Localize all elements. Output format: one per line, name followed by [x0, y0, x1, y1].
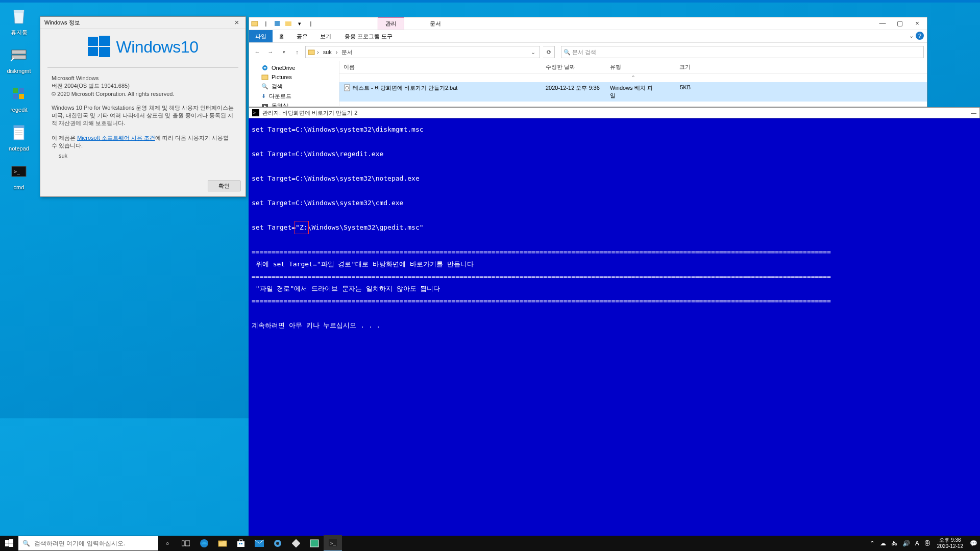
svg-rect-20 — [308, 50, 314, 55]
window-title: 문서 — [425, 18, 446, 30]
cmd-title: 관리자: 바탕화면에 바로가기 만들기 2 — [262, 109, 357, 117]
close-icon[interactable]: × — [232, 18, 241, 27]
cmd-output: set Target=C:\Windows\system32\diskmgmt.… — [249, 118, 735, 337]
svg-rect-14 — [99, 36, 110, 46]
search-icon: 🔍 — [564, 49, 571, 56]
winver-version: 버전 2004(OS 빌드 19041.685) — [52, 82, 234, 90]
svg-text:>_: >_ — [14, 169, 20, 175]
forward-icon[interactable]: → — [265, 47, 276, 57]
history-icon[interactable]: ▾ — [279, 47, 289, 57]
ok-button[interactable]: 확인 — [208, 181, 240, 191]
refresh-icon[interactable]: ⟳ — [543, 46, 555, 58]
folder-icon[interactable] — [249, 18, 260, 29]
windows-logo: Windows10 — [40, 29, 246, 67]
file-list: 이름 수정한 날짜 유형 크기 ⌃ 테스트 - 바탕화면에 바로가기 만들기2.… — [339, 61, 735, 111]
desktop-icon-label: notepad — [0, 145, 38, 152]
svg-rect-18 — [275, 21, 280, 26]
bat-file-icon — [344, 84, 351, 91]
winver-dialog: Windows 정보 × Windows10 Microsoft Windows… — [40, 16, 246, 197]
svg-rect-3 — [19, 88, 24, 93]
desktop-icon-cmd[interactable]: >_ cmd — [0, 161, 38, 191]
cmd-icon: >_ — [252, 109, 259, 116]
ribbon-tab-view[interactable]: 보기 — [314, 30, 337, 42]
search-input[interactable]: 🔍 문서 검색 — [561, 46, 735, 58]
svg-rect-5 — [19, 94, 24, 99]
back-icon[interactable]: ← — [252, 47, 262, 57]
svg-rect-17 — [252, 21, 258, 26]
col-name[interactable]: 이름 — [339, 61, 542, 73]
tree-item: Pictures — [249, 72, 339, 82]
ribbon-tab-apps[interactable]: 응용 프로그램 도구 — [338, 30, 399, 42]
col-size[interactable]: 크기 — [661, 61, 695, 73]
chevron-down-icon[interactable]: ⌄ — [529, 49, 537, 56]
winver-user: suk — [52, 153, 234, 159]
nav-tree[interactable]: OneDrive Pictures 🔍검색 ⬇다운로드 동영상 🔗링크 — [249, 61, 339, 111]
svg-rect-13 — [88, 37, 98, 46]
svg-rect-2 — [13, 88, 18, 93]
divider: | — [305, 18, 316, 29]
eula-link[interactable]: Microsoft 소프트웨어 사용 조건 — [77, 135, 155, 141]
desktop-icon-diskmgmt[interactable]: diskmgmt — [0, 45, 38, 74]
cmd-window[interactable]: >_ 관리자: 바탕화면에 바로가기 만들기 2 — set Target=C:… — [249, 107, 735, 418]
properties-icon[interactable] — [272, 18, 283, 29]
highlighted-text: "Z: — [296, 221, 307, 234]
col-type[interactable]: 유형 — [606, 61, 661, 73]
desktop-icon-label: regedit — [0, 106, 38, 113]
col-date[interactable]: 수정한 날짜 — [542, 61, 606, 73]
sort-indicator-icon: ⌃ — [339, 73, 735, 82]
svg-rect-4 — [13, 94, 18, 99]
address-bar[interactable]: ›suk ›문서 ⌄ — [305, 46, 540, 58]
desktop-icon-notepad[interactable]: notepad — [0, 122, 38, 152]
desktop-icon-recycle[interactable]: 휴지통 — [0, 6, 38, 36]
desktop-icon-regedit[interactable]: regedit — [0, 84, 38, 113]
windows-wordmark: Windows10 — [116, 38, 199, 57]
ribbon-context-tab[interactable]: 관리 — [378, 17, 404, 30]
desktop-icon-label: cmd — [0, 184, 38, 191]
winver-license: Windows 10 Pro for Workstations 운영 체제 및 … — [52, 104, 234, 127]
desktop-icon-label: diskmgmt — [0, 67, 38, 74]
svg-rect-19 — [285, 21, 291, 26]
svg-rect-22 — [262, 75, 268, 80]
ribbon-tab-home[interactable]: 홈 — [273, 30, 290, 42]
svg-rect-16 — [99, 47, 110, 57]
winver-product: Microsoft Windows — [52, 75, 234, 81]
ribbon-tab-file[interactable]: 파일 — [249, 30, 273, 42]
tree-item: OneDrive — [249, 63, 339, 72]
svg-rect-15 — [88, 47, 98, 56]
winver-copyright: © 2020 Microsoft Corporation. All rights… — [52, 91, 234, 97]
chevron-down-icon[interactable]: ▾ — [294, 18, 305, 29]
ribbon-tab-share[interactable]: 공유 — [290, 30, 314, 42]
tree-item: ⬇다운로드 — [249, 91, 339, 101]
tree-item: 🔍검색 — [249, 82, 339, 91]
list-item[interactable]: 테스트 - 바탕화면에 바로가기 만들기2.bat 2020-12-12 오후 … — [339, 82, 735, 102]
winver-eula: 이 제품은 Microsoft 소프트웨어 사용 조건에 따라 다음 사용자가 … — [52, 134, 234, 149]
up-icon[interactable]: ↑ — [292, 47, 302, 57]
svg-rect-7 — [14, 126, 24, 128]
explorer-window: — ▢ × | ▾ | 관리 문서 파일 홈 공유 보기 응용 프로그램 도구 … — [249, 17, 735, 107]
winver-title: Windows 정보 — [44, 17, 80, 28]
desktop-icon-label: 휴지통 — [0, 29, 38, 36]
open-icon[interactable] — [283, 18, 294, 29]
folder-icon — [308, 48, 315, 56]
svg-rect-0 — [12, 50, 26, 54]
divider: | — [260, 18, 272, 29]
